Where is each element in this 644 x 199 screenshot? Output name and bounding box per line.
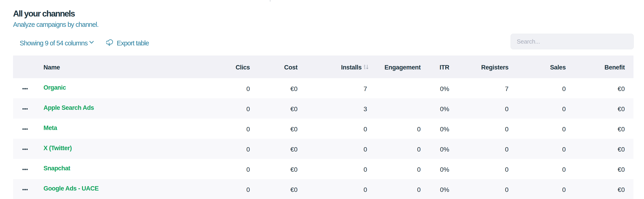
- svg-text:1: 1: [364, 67, 366, 69]
